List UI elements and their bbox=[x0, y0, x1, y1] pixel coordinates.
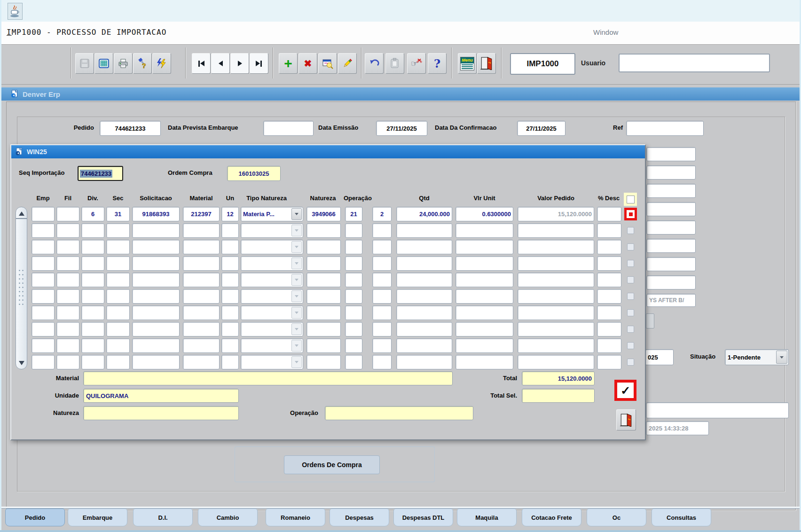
grid-cell-tipo_natureza[interactable] bbox=[241, 305, 303, 320]
grid-cell-perc_desc[interactable] bbox=[597, 256, 621, 271]
grid-cell-valor_pedido[interactable] bbox=[518, 223, 594, 238]
grid-cell-natureza[interactable] bbox=[306, 289, 341, 304]
background-field[interactable] bbox=[646, 184, 696, 198]
grid-cell-tipo_natureza[interactable] bbox=[241, 289, 303, 304]
grid-cell-sec[interactable] bbox=[106, 305, 130, 320]
mdi-titlebar[interactable]: Denver Erp bbox=[0, 87, 801, 101]
grid-cell-operacao_2[interactable] bbox=[372, 256, 392, 271]
grid-cell-qtd[interactable] bbox=[396, 305, 452, 320]
grid-cell-operacao_2[interactable] bbox=[372, 240, 392, 254]
ref-field[interactable] bbox=[626, 121, 704, 136]
scroll-up-icon[interactable] bbox=[16, 209, 27, 219]
seq-importacao-field[interactable]: 744621233 bbox=[78, 166, 123, 181]
row-checkbox[interactable] bbox=[627, 227, 634, 234]
grid-cell-solicitacao[interactable] bbox=[132, 305, 180, 320]
grid-cell-un[interactable] bbox=[221, 355, 239, 369]
grid-cell-solicitacao[interactable] bbox=[132, 256, 180, 271]
grid-cell-emp[interactable] bbox=[31, 289, 55, 304]
grid-cell-vlr_unit[interactable]: 0.6300000 bbox=[455, 207, 513, 221]
grid-cell-perc_desc[interactable] bbox=[597, 305, 621, 320]
grid-cell-material[interactable] bbox=[183, 240, 220, 254]
select-all-checkbox[interactable] bbox=[624, 193, 637, 206]
tab-pedido[interactable]: Pedido bbox=[5, 509, 65, 526]
grid-cell-valor_pedido[interactable] bbox=[518, 273, 594, 287]
grid-cell-sec[interactable] bbox=[106, 289, 130, 304]
grid-cell-operacao_2[interactable] bbox=[372, 273, 392, 287]
grid-cell-vlr_unit[interactable] bbox=[455, 273, 513, 287]
module-code-field[interactable]: IMP1000 bbox=[510, 53, 575, 75]
material-field[interactable] bbox=[83, 371, 453, 385]
help-button[interactable]: ? bbox=[428, 53, 447, 74]
grid-cell-sec[interactable]: 31 bbox=[106, 207, 130, 221]
grid-cell-emp[interactable] bbox=[31, 338, 55, 353]
natureza-field[interactable] bbox=[83, 406, 239, 420]
grid-cell-operacao_1[interactable] bbox=[345, 338, 362, 353]
grid-cell-valor_pedido[interactable] bbox=[518, 355, 594, 369]
background-field[interactable] bbox=[646, 239, 696, 253]
grid-cell-valor_pedido[interactable] bbox=[518, 256, 594, 271]
grid-cell-emp[interactable] bbox=[31, 305, 55, 320]
grid-cell-un[interactable] bbox=[221, 338, 239, 353]
exit-button[interactable] bbox=[477, 53, 496, 74]
row-checkbox[interactable] bbox=[627, 260, 634, 267]
undo-button[interactable] bbox=[365, 53, 384, 74]
win25-exit-button[interactable] bbox=[616, 409, 636, 430]
grid-cell-un[interactable] bbox=[221, 289, 239, 304]
grid-cell-un[interactable] bbox=[221, 240, 239, 254]
grid-cell-div[interactable] bbox=[81, 305, 104, 320]
insert-record-button[interactable]: + bbox=[279, 53, 298, 74]
grid-cell-emp[interactable] bbox=[31, 207, 55, 221]
grid-cell-un[interactable] bbox=[221, 322, 239, 336]
grid-cell-qtd[interactable] bbox=[396, 338, 452, 353]
enter-query-button[interactable] bbox=[318, 53, 337, 74]
grid-cell-vlr_unit[interactable] bbox=[455, 223, 513, 238]
grid-cell-qtd[interactable] bbox=[396, 289, 452, 304]
grid-cell-vlr_unit[interactable] bbox=[455, 338, 513, 353]
grid-cell-valor_pedido[interactable] bbox=[518, 338, 594, 353]
grid-cell-tipo_natureza[interactable] bbox=[241, 338, 303, 353]
chevron-down-icon[interactable] bbox=[291, 241, 302, 253]
tab-romaneio[interactable]: Romaneio bbox=[266, 509, 325, 526]
grid-cell-solicitacao[interactable] bbox=[132, 289, 180, 304]
grid-cell-natureza[interactable] bbox=[306, 256, 341, 271]
grid-cell-qtd[interactable] bbox=[396, 256, 452, 271]
grid-cell-emp[interactable] bbox=[31, 273, 55, 287]
grid-cell-sec[interactable] bbox=[106, 240, 130, 254]
grid-cell-div[interactable] bbox=[81, 338, 104, 353]
tab-cambio[interactable]: Cambio bbox=[198, 509, 258, 526]
grid-cell-operacao_1[interactable] bbox=[345, 355, 362, 369]
background-field[interactable] bbox=[646, 202, 696, 216]
execute-button[interactable] bbox=[152, 53, 171, 74]
confirm-selection-button[interactable]: ✓ bbox=[614, 380, 636, 401]
grid-cell-div[interactable] bbox=[81, 240, 104, 254]
grid-cell-un[interactable] bbox=[221, 305, 239, 320]
nav-next-button[interactable] bbox=[230, 53, 249, 74]
grid-cell-div[interactable] bbox=[81, 273, 104, 287]
delete-record-button[interactable]: ✖ bbox=[298, 53, 317, 74]
help-query-button[interactable]: ? bbox=[133, 53, 152, 74]
grid-cell-operacao_2[interactable] bbox=[372, 322, 392, 336]
grid-cell-div[interactable] bbox=[81, 289, 104, 304]
row-checkbox[interactable] bbox=[627, 359, 634, 366]
print-button[interactable] bbox=[114, 53, 133, 74]
grid-cell-operacao_1[interactable]: 21 bbox=[345, 207, 362, 221]
grid-cell-material[interactable] bbox=[183, 223, 220, 238]
row-checkbox[interactable] bbox=[627, 326, 634, 333]
grid-cell-fil[interactable] bbox=[56, 355, 79, 369]
data-confirmacao-field[interactable]: 27/11/2025 bbox=[517, 121, 565, 136]
grid-cell-material[interactable] bbox=[183, 289, 220, 304]
row-checkbox[interactable] bbox=[627, 276, 634, 283]
chevron-down-icon[interactable] bbox=[291, 356, 302, 368]
grid-cell-perc_desc[interactable] bbox=[597, 240, 621, 254]
chevron-down-icon[interactable] bbox=[291, 323, 302, 335]
grid-cell-operacao_1[interactable] bbox=[345, 223, 362, 238]
row-checkbox[interactable] bbox=[627, 309, 634, 316]
chevron-down-icon[interactable] bbox=[776, 351, 787, 364]
tab-d-i-[interactable]: D.I. bbox=[133, 509, 193, 526]
grid-cell-operacao_2[interactable] bbox=[372, 305, 392, 320]
grid-cell-material[interactable] bbox=[183, 338, 220, 353]
tab-cotacao-frete[interactable]: Cotacao Frete bbox=[522, 509, 581, 526]
usuario-input[interactable] bbox=[619, 54, 770, 72]
grid-cell-operacao_2[interactable] bbox=[372, 289, 392, 304]
background-field[interactable] bbox=[646, 165, 696, 180]
